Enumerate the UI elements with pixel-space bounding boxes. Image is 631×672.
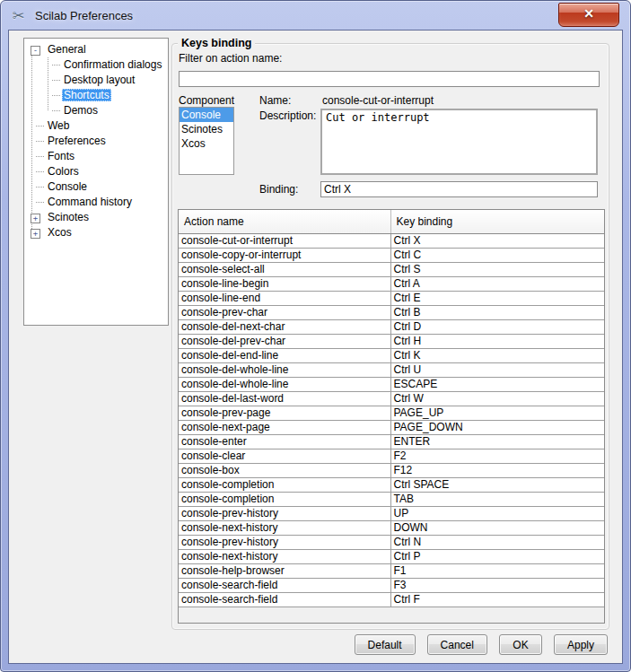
tree-item-fonts[interactable]: Fonts (28, 149, 168, 164)
table-row[interactable]: console-cut-or-interrupt Ctrl X (179, 234, 604, 249)
table-row[interactable]: console-line-begin Ctrl A (179, 277, 604, 292)
table-row[interactable]: console-next-history DOWN (179, 521, 604, 536)
tree-item-label[interactable]: Confirmation dialogs (62, 58, 163, 71)
action-name-cell[interactable]: console-search-field (179, 579, 390, 593)
action-name-cell[interactable]: console-del-whole-line (179, 378, 390, 392)
key-binding-cell[interactable]: F2 (390, 449, 604, 464)
description-textarea[interactable]: Cut or interrupt (320, 109, 598, 175)
action-name-cell[interactable]: console-del-end-line (179, 349, 390, 363)
action-name-cell[interactable]: console-cut-or-interrupt (179, 234, 390, 249)
tree-item-label[interactable]: Xcos (46, 226, 74, 239)
default-button[interactable]: Default (355, 634, 416, 655)
table-row[interactable]: console-enter ENTER (179, 435, 604, 449)
tree-item-console[interactable]: Console (28, 179, 168, 195)
key-binding-cell[interactable]: Ctrl W (390, 392, 604, 406)
key-binding-cell[interactable]: TAB (390, 493, 604, 507)
component-item-console[interactable]: Console (180, 108, 233, 122)
tree-toggle-icon[interactable]: + (31, 229, 40, 239)
key-binding-cell[interactable]: Ctrl X (390, 234, 604, 249)
action-name-cell[interactable]: console-prev-history (179, 536, 390, 550)
tree-item-label[interactable]: Web (46, 119, 71, 132)
tree-item-shortcuts[interactable]: Shortcuts (28, 88, 168, 103)
component-item-scinotes[interactable]: Scinotes (180, 122, 233, 136)
table-row[interactable]: console-completion Ctrl SPACE (179, 478, 604, 493)
table-row[interactable]: console-help-browser F1 (179, 564, 604, 579)
table-row[interactable]: console-search-field F3 (179, 579, 604, 593)
action-name-cell[interactable]: console-next-history (179, 521, 390, 536)
table-row[interactable]: console-next-page PAGE_DOWN (179, 421, 604, 435)
tree-item-label[interactable]: Demos (62, 104, 100, 117)
key-binding-cell[interactable]: Ctrl N (390, 536, 604, 550)
tree-item-label[interactable]: Shortcuts (62, 89, 111, 101)
action-name-cell[interactable]: console-line-end (179, 292, 390, 306)
action-name-cell[interactable]: console-select-all (179, 263, 390, 277)
table-row[interactable]: console-line-end Ctrl E (179, 292, 604, 306)
table-row[interactable]: console-prev-history UP (179, 507, 604, 521)
tree-item-desktop-layout[interactable]: Desktop layout (28, 73, 168, 88)
action-name-cell[interactable]: console-prev-char (179, 306, 390, 320)
binding-input[interactable] (320, 181, 598, 197)
titlebar[interactable]: ✂ Scilab Preferences ✕ (1, 1, 630, 30)
tree-item-demos[interactable]: Demos (28, 103, 168, 118)
tree-item-web[interactable]: Web (28, 118, 168, 134)
key-binding-cell[interactable]: Ctrl S (390, 263, 604, 277)
action-name-column-header[interactable]: Action name (179, 210, 390, 234)
key-binding-column-header[interactable]: Key binding (390, 210, 604, 234)
table-row[interactable]: console-del-end-line Ctrl K (179, 349, 604, 363)
action-name-cell[interactable]: console-box (179, 464, 390, 478)
apply-button[interactable]: Apply (554, 634, 608, 655)
key-binding-cell[interactable]: Ctrl SPACE (390, 478, 604, 493)
key-binding-cell[interactable]: ESCAPE (390, 378, 604, 392)
table-row[interactable]: console-del-whole-line ESCAPE (179, 378, 604, 392)
key-binding-cell[interactable]: UP (390, 507, 604, 521)
key-binding-cell[interactable]: PAGE_DOWN (390, 421, 604, 435)
action-name-cell[interactable]: console-clear (179, 449, 390, 464)
table-row[interactable]: console-del-next-char Ctrl D (179, 320, 604, 335)
component-listbox[interactable]: Console Scinotes Xcos (179, 107, 234, 175)
tree-item-scinotes[interactable]: + Scinotes (28, 210, 168, 225)
action-name-cell[interactable]: console-next-page (179, 421, 390, 435)
tree-item-xcos[interactable]: + Xcos (28, 225, 168, 240)
action-name-cell[interactable]: console-copy-or-interrupt (179, 249, 390, 263)
key-binding-cell[interactable]: Ctrl E (390, 292, 604, 306)
key-binding-cell[interactable]: Ctrl A (390, 277, 604, 292)
key-binding-cell[interactable]: Ctrl B (390, 306, 604, 320)
action-name-cell[interactable]: console-line-begin (179, 277, 390, 292)
table-row[interactable]: console-next-history Ctrl P (179, 550, 604, 564)
table-row[interactable]: console-clear F2 (179, 449, 604, 464)
action-name-cell[interactable]: console-prev-history (179, 507, 390, 521)
tree-item-label[interactable]: General (46, 43, 88, 56)
close-button[interactable]: ✕ (558, 3, 619, 27)
filter-input[interactable] (179, 71, 600, 87)
tree-toggle-icon[interactable]: + (31, 214, 40, 223)
action-name-cell[interactable]: console-next-history (179, 550, 390, 564)
table-row[interactable]: console-del-prev-char Ctrl H (179, 335, 604, 349)
key-binding-cell[interactable]: DOWN (390, 521, 604, 536)
tree-item-label[interactable]: Colors (46, 165, 81, 178)
tree-item-preferences[interactable]: Preferences (28, 134, 168, 149)
table-row[interactable]: console-search-field Ctrl F (179, 593, 604, 607)
table-row[interactable]: console-select-all Ctrl S (179, 263, 604, 277)
key-binding-cell[interactable]: Ctrl P (390, 550, 604, 564)
action-name-cell[interactable]: console-help-browser (179, 564, 390, 579)
action-name-cell[interactable]: console-del-whole-line (179, 363, 390, 378)
tree-item-label[interactable]: Fonts (46, 150, 76, 162)
table-row[interactable]: console-completion TAB (179, 493, 604, 507)
key-binding-cell[interactable]: Ctrl D (390, 320, 604, 335)
key-binding-cell[interactable]: ENTER (390, 435, 604, 449)
key-binding-cell[interactable]: Ctrl K (390, 349, 604, 363)
action-name-cell[interactable]: console-prev-page (179, 406, 390, 421)
key-binding-cell[interactable]: Ctrl H (390, 335, 604, 349)
tree-item-colors[interactable]: Colors (28, 164, 168, 179)
key-binding-cell[interactable]: Ctrl U (390, 363, 604, 378)
action-name-cell[interactable]: console-del-next-char (179, 320, 390, 335)
key-binding-cell[interactable]: PAGE_UP (390, 406, 604, 421)
tree-item-label[interactable]: Console (46, 180, 89, 193)
tree-item-label[interactable]: Preferences (46, 135, 108, 147)
ok-button[interactable]: OK (499, 634, 542, 655)
tree-item-command-history[interactable]: Command history (28, 195, 168, 210)
key-binding-cell[interactable]: F1 (390, 564, 604, 579)
key-binding-cell[interactable]: F3 (390, 579, 604, 593)
action-name-cell[interactable]: console-del-prev-char (179, 335, 390, 349)
tree-item-confirmation-dialogs[interactable]: Confirmation dialogs (28, 57, 168, 73)
